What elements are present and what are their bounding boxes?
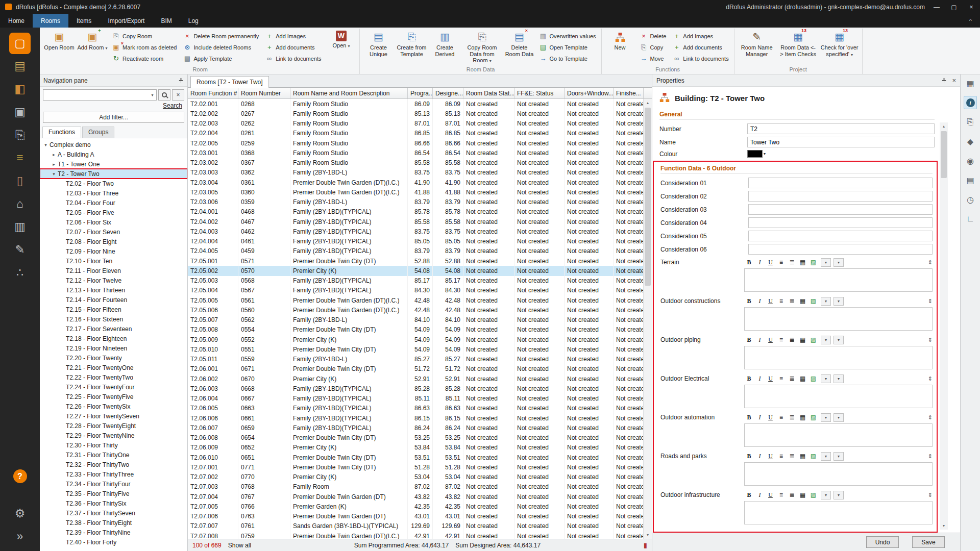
consideration-input[interactable] xyxy=(748,244,933,255)
bullet-list-button[interactable]: ≡ xyxy=(776,296,786,306)
delete-room-permanently-button[interactable]: ×Delete Room permanently xyxy=(181,31,261,41)
italic-button[interactable]: I xyxy=(755,296,765,306)
save-button[interactable]: Save xyxy=(912,536,945,548)
column-header[interactable]: Progra... xyxy=(408,88,433,98)
underline-button[interactable]: U xyxy=(766,490,775,499)
table-row[interactable]: T2.07.0040767Premier Double Twin Garden … xyxy=(188,492,643,502)
table-row[interactable]: T2.04.0050459Family (2BY-1BD)(TYPICAL)83… xyxy=(188,246,643,256)
style-combo[interactable]: ▾ xyxy=(834,491,844,499)
scroll-track[interactable] xyxy=(940,130,948,522)
number-input[interactable] xyxy=(747,123,935,134)
check-over-specified-button[interactable]: ▦13Check for 'over specified' ▾ xyxy=(820,30,860,62)
bold-button[interactable]: B xyxy=(744,452,754,461)
table-row[interactable]: T2.05.0090552Premier City (K)54.0954.09N… xyxy=(188,335,643,344)
table-row[interactable]: T2.05.0110559Family (2BY-1BD-L)85.2785.2… xyxy=(188,355,643,364)
bullet-list-button[interactable]: ≡ xyxy=(776,335,786,344)
table-row[interactable]: T2.04.0010468Family (2BY-1BD)(TYPICAL)85… xyxy=(188,207,643,217)
overwritten-values-button[interactable]: ▦Overwritten values xyxy=(536,31,598,41)
forms-module-icon[interactable]: ✎ xyxy=(0,238,40,261)
table-row[interactable]: T2.02.0020267Family Room Studio85.1385.1… xyxy=(188,109,643,118)
table-row[interactable]: T2.07.0070761Sands Garden (3BY-1BD-L)(TY… xyxy=(188,521,643,531)
function-link-to-documents-button[interactable]: ∞Link to documents xyxy=(670,53,731,64)
search-link[interactable]: Search xyxy=(40,101,187,111)
bold-button[interactable]: B xyxy=(744,413,754,422)
include-deleted-rooms-toggle[interactable]: ⊗Include deleted Rooms xyxy=(181,42,261,53)
underline-button[interactable]: U xyxy=(766,374,775,383)
room-name-manager-button[interactable]: ✎Room Name Manager xyxy=(737,30,777,62)
ribbon-collapse-icon[interactable]: ^ xyxy=(961,14,980,28)
insert-image-button[interactable]: ▨ xyxy=(808,374,818,383)
style-combo[interactable]: ▾ xyxy=(834,258,844,267)
scroll-down-icon[interactable]: ▾ xyxy=(644,531,652,539)
create-from-template-button[interactable]: ⎘Create from Template xyxy=(396,30,427,62)
menu-tab-home[interactable]: Home xyxy=(0,14,33,28)
tree-collapsed-icon[interactable]: ▸ xyxy=(50,152,58,157)
bullet-list-button[interactable]: ≡ xyxy=(776,413,786,422)
table-row[interactable]: T2.06.0040667Family (2BY-1BD)(TYPICAL)85… xyxy=(188,394,643,404)
menu-tab-bim[interactable]: BIM xyxy=(153,14,180,28)
numbered-list-button[interactable]: ≣ xyxy=(787,335,797,344)
tree-item[interactable]: T2.25 - Floor TwentyFive xyxy=(40,392,187,402)
rich-text-editor[interactable] xyxy=(744,346,933,369)
expand-editor-button[interactable]: ⇕ xyxy=(928,375,933,382)
expand-panel-icon[interactable]: » xyxy=(0,525,40,548)
table-row[interactable]: T2.05.0010571Premier Double Twin City (D… xyxy=(188,256,643,266)
tree-expanded-icon[interactable]: ▾ xyxy=(50,171,58,177)
table-row[interactable]: T2.06.0050663Family (2BY-1BD)(TYPICAL)86… xyxy=(188,404,643,413)
column-header[interactable]: FF&E: Status xyxy=(514,88,565,98)
table-row[interactable]: T2.06.0030668Family (2BY-1BD)(TYPICAL)85… xyxy=(188,384,643,393)
tree-item[interactable]: T2.15 - Floor Fifteen xyxy=(40,305,187,314)
insert-image-button[interactable]: ▨ xyxy=(808,413,818,422)
tree-item[interactable]: T2.17 - Floor Seventeen xyxy=(40,324,187,334)
tree-item[interactable]: T2.03 - Floor Three xyxy=(40,188,187,198)
tree-item[interactable]: T2.19 - Floor Nineteen xyxy=(40,343,187,353)
add-filter-button[interactable]: Add filter... xyxy=(43,112,184,123)
insert-table-button[interactable]: ▦ xyxy=(798,335,807,344)
name-input[interactable] xyxy=(747,137,935,147)
function-add-images-button[interactable]: +Add Images xyxy=(670,31,731,41)
numbered-list-button[interactable]: ≣ xyxy=(787,452,797,461)
tree-item[interactable]: T2.26 - Floor TwentySix xyxy=(40,402,187,411)
insert-image-button[interactable]: ▨ xyxy=(808,296,818,306)
table-row[interactable]: T2.07.0010771Premier Double Twin City (D… xyxy=(188,462,643,472)
tree-item[interactable]: T2.32 - Floor ThirtyTwo xyxy=(40,460,187,469)
table-row[interactable]: T2.02.0030262Family Room Studio87.0187.0… xyxy=(188,119,643,129)
underline-button[interactable]: U xyxy=(766,413,775,422)
column-header[interactable]: Finishe... xyxy=(614,88,644,98)
style-combo[interactable]: ▾ xyxy=(834,336,844,344)
menu-tab-import-export[interactable]: Import/Export xyxy=(100,14,153,28)
open-report-button[interactable]: WOpen ▾ xyxy=(325,30,357,62)
colour-dropdown-icon[interactable]: ▾ xyxy=(764,152,766,156)
network-module-icon[interactable]: ∴ xyxy=(0,261,40,284)
format-combo[interactable]: ▾ xyxy=(821,258,831,267)
menu-tab-items[interactable]: Items xyxy=(68,14,100,28)
column-header[interactable]: Room Data Stat... xyxy=(463,88,514,98)
table-row[interactable]: T2.06.0070659Family (2BY-1BD)(TYPICAL)86… xyxy=(188,423,643,433)
expand-editor-button[interactable]: ⇕ xyxy=(928,337,933,343)
menu-tab-log[interactable]: Log xyxy=(180,14,207,28)
italic-button[interactable]: I xyxy=(755,335,765,344)
copy-room-data-button[interactable]: ⎘Copy Room Data from Room ▾ xyxy=(462,30,502,65)
move-function-button[interactable]: →Move xyxy=(638,53,669,64)
table-row[interactable]: T2.05.0030568Family (2BY-1BD)(TYPICAL)85… xyxy=(188,276,643,286)
drofus-logo[interactable]: ▢ xyxy=(0,32,40,55)
scroll-thumb[interactable] xyxy=(941,131,947,178)
rich-text-editor[interactable] xyxy=(744,307,933,331)
room-data-item-checks-button[interactable]: ▦13Room Data <- > Item Checks xyxy=(778,30,818,62)
minimize-button[interactable]: — xyxy=(928,0,945,14)
tree-item[interactable]: T2.29 - Floor TwentyNine xyxy=(40,431,187,440)
rooms-document-tab[interactable]: Rooms [T2 - Tower Two] xyxy=(190,76,269,88)
tree-item[interactable]: ▾Complex demo xyxy=(40,140,187,149)
tree-item[interactable]: T2.35 - Floor ThirtyFive xyxy=(40,489,187,498)
format-combo[interactable]: ▾ xyxy=(821,491,831,499)
table-row[interactable]: T2.05.0070562Family (2BY-1BD-L)84.1084.1… xyxy=(188,315,643,325)
table-row[interactable]: T2.06.0080654Premier Double Twin City (D… xyxy=(188,433,643,443)
numbered-list-button[interactable]: ≣ xyxy=(787,296,797,306)
consideration-input[interactable] xyxy=(748,204,933,215)
insert-image-button[interactable]: ▨ xyxy=(808,258,818,267)
tab-groups[interactable]: Groups xyxy=(82,127,114,138)
items-module-icon[interactable]: ◧ xyxy=(0,78,40,101)
numbered-list-button[interactable]: ≣ xyxy=(787,258,797,267)
scroll-thumb[interactable] xyxy=(645,108,651,286)
open-room-button[interactable]: ▣Open Room xyxy=(43,30,75,62)
